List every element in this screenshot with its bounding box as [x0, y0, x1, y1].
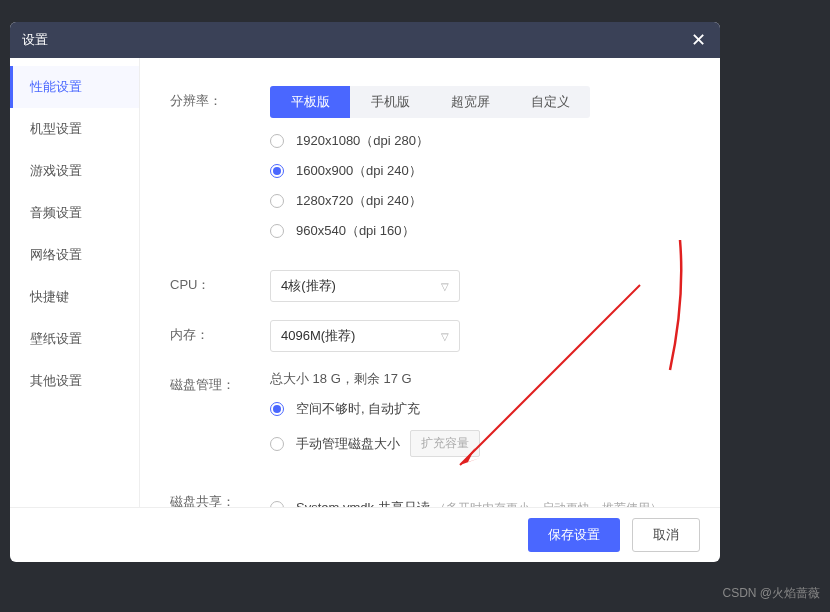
memory-select[interactable]: 4096M(推荐) ▽ — [270, 320, 460, 352]
save-button[interactable]: 保存设置 — [528, 518, 620, 552]
radio-icon — [270, 164, 284, 178]
resolution-tabs: 平板版 手机版 超宽屏 自定义 — [270, 86, 590, 118]
cpu-select[interactable]: 4核(推荐) ▽ — [270, 270, 460, 302]
row-memory: 内存： 4096M(推荐) ▽ — [170, 320, 690, 352]
memory-label: 内存： — [170, 320, 270, 344]
resolution-label: 分辨率： — [170, 86, 270, 110]
sidebar-item-other[interactable]: 其他设置 — [10, 360, 139, 402]
res-1600[interactable]: 1600x900（dpi 240） — [270, 162, 690, 180]
disk-label: 磁盘管理： — [170, 370, 270, 394]
tab-custom[interactable]: 自定义 — [510, 86, 590, 118]
dialog-footer: 保存设置 取消 — [10, 507, 720, 562]
dialog-title: 设置 — [22, 31, 48, 49]
radio-icon — [270, 224, 284, 238]
disk-manual[interactable]: 手动管理磁盘大小扩充容量 — [270, 430, 690, 457]
content: 性能设置 机型设置 游戏设置 音频设置 网络设置 快捷键 壁纸设置 其他设置 分… — [10, 58, 720, 507]
sidebar-item-network[interactable]: 网络设置 — [10, 234, 139, 276]
sidebar-item-wallpaper[interactable]: 壁纸设置 — [10, 318, 139, 360]
row-cpu: CPU： 4核(推荐) ▽ — [170, 270, 690, 302]
sidebar-item-audio[interactable]: 音频设置 — [10, 192, 139, 234]
chevron-down-icon: ▽ — [441, 331, 449, 342]
row-resolution: 分辨率： 平板版 手机版 超宽屏 自定义 1920x1080（dpi 280） … — [170, 86, 690, 252]
tab-phone[interactable]: 手机版 — [350, 86, 430, 118]
radio-icon — [270, 402, 284, 416]
chevron-down-icon: ▽ — [441, 281, 449, 292]
cancel-button[interactable]: 取消 — [632, 518, 700, 552]
disk-auto[interactable]: 空间不够时, 自动扩充 — [270, 400, 690, 418]
row-disk: 磁盘管理： 总大小 18 G，剩余 17 G 空间不够时, 自动扩充 手动管理磁… — [170, 370, 690, 469]
res-1280[interactable]: 1280x720（dpi 240） — [270, 192, 690, 210]
disk-share-label: 磁盘共享： — [170, 487, 270, 507]
tab-tablet[interactable]: 平板版 — [270, 86, 350, 118]
settings-dialog: 设置 ✕ 性能设置 机型设置 游戏设置 音频设置 网络设置 快捷键 壁纸设置 其… — [10, 22, 720, 562]
sidebar-item-hotkey[interactable]: 快捷键 — [10, 276, 139, 318]
row-disk-share: 磁盘共享： System.vmdk 共享只读（多开时内存更小、启动更快，推荐使用… — [170, 487, 690, 507]
titlebar: 设置 ✕ — [10, 22, 720, 58]
expand-disk-button[interactable]: 扩充容量 — [410, 430, 480, 457]
cpu-label: CPU： — [170, 270, 270, 294]
resolution-options: 1920x1080（dpi 280） 1600x900（dpi 240） 128… — [270, 132, 690, 240]
tab-ultrawide[interactable]: 超宽屏 — [430, 86, 510, 118]
share-readonly[interactable]: System.vmdk 共享只读（多开时内存更小、启动更快，推荐使用） — [270, 499, 690, 507]
disk-info: 总大小 18 G，剩余 17 G — [270, 370, 690, 388]
radio-icon — [270, 437, 284, 451]
sidebar: 性能设置 机型设置 游戏设置 音频设置 网络设置 快捷键 壁纸设置 其他设置 — [10, 58, 140, 507]
res-1920[interactable]: 1920x1080（dpi 280） — [270, 132, 690, 150]
res-960[interactable]: 960x540（dpi 160） — [270, 222, 690, 240]
close-icon[interactable]: ✕ — [688, 29, 708, 51]
sidebar-item-model[interactable]: 机型设置 — [10, 108, 139, 150]
settings-panel: 分辨率： 平板版 手机版 超宽屏 自定义 1920x1080（dpi 280） … — [140, 58, 720, 507]
sidebar-item-performance[interactable]: 性能设置 — [10, 66, 139, 108]
radio-icon — [270, 134, 284, 148]
radio-icon — [270, 194, 284, 208]
watermark: CSDN @火焰蔷薇 — [722, 585, 820, 602]
sidebar-item-game[interactable]: 游戏设置 — [10, 150, 139, 192]
